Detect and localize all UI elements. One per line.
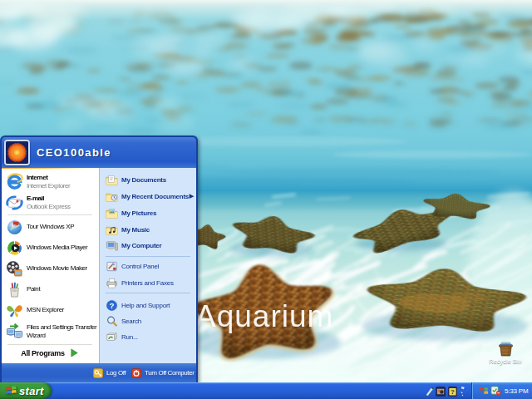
svg-text:?: ? [109, 301, 114, 309]
svg-text:?: ? [451, 388, 455, 396]
